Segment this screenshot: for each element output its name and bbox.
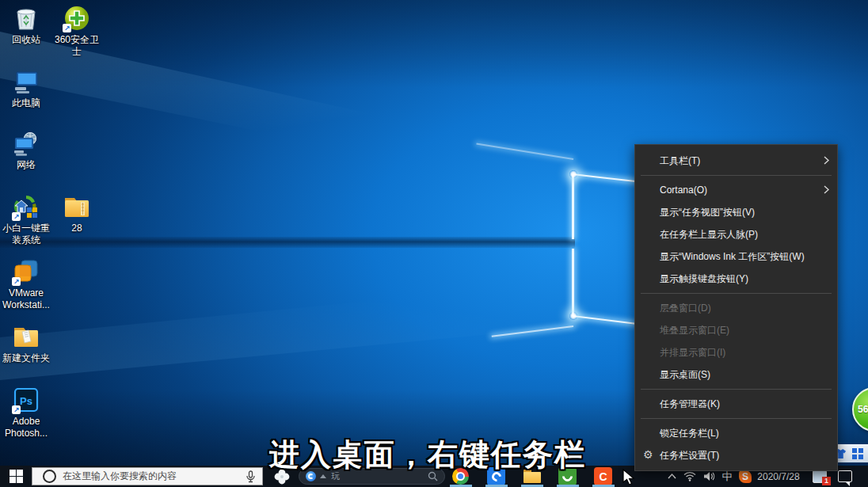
chevron-right-icon — [824, 185, 829, 194]
ime-zh-label: 中 — [722, 470, 733, 484]
photoshop-icon: Ps ↗ — [13, 386, 40, 413]
window-glow-node — [569, 170, 577, 178]
menu-item-task-manager[interactable]: 任务管理器(K) — [635, 393, 837, 415]
desktop-icon-vmware[interactable]: ↗ VMware Workstati... — [1, 258, 51, 311]
taskbar-search-input[interactable]: 在这里输入你要搜索的内容 — [32, 467, 263, 485]
desktop-icon-label: 此电脑 — [12, 97, 40, 109]
desktop-icon-label: 新建文件夹 — [2, 352, 50, 364]
taskbar-app-orange[interactable]: C — [594, 467, 612, 485]
desktop-icon-label: 28 — [71, 223, 82, 234]
desktop-icon-label: 小白一键重 装系统 — [2, 223, 50, 246]
menu-item-label: Cortana(O) — [660, 185, 707, 196]
menu-item-side-by-side-windows: 并排显示窗口(I) — [635, 341, 837, 363]
speaker-icon — [703, 471, 715, 481]
menu-item-label: 在任务栏上显示人脉(P) — [660, 228, 758, 242]
desktop-icon-label: 360安全卫士 — [51, 34, 102, 58]
desktop-icon-label: 回收站 — [12, 34, 40, 46]
xiaobai-reinstall-icon: ↗ — [13, 193, 40, 220]
desktop-icon-xiaobai-reinstall[interactable]: ↗ 小白一键重 装系统 — [1, 193, 51, 246]
desktop-icon-folder-28[interactable]: 28 — [51, 193, 102, 234]
menu-item-touch-keyboard[interactable]: 显示触摸键盘按钮(Y) — [635, 268, 837, 290]
action-center-icon — [838, 470, 852, 482]
windows-logo-icon — [10, 470, 23, 483]
desktop-icon-recycle-bin[interactable]: 回收站 — [1, 5, 51, 46]
shortcut-arrow-icon: ↗ — [12, 405, 21, 414]
menu-separator — [641, 389, 832, 390]
menu-item-show-people[interactable]: 在任务栏上显示人脉(P) — [635, 223, 837, 245]
menu-separator — [641, 293, 832, 294]
window-edge-line — [572, 249, 574, 316]
menu-separator — [641, 418, 832, 419]
recycle-bin-icon — [13, 5, 40, 32]
desktop-icon-new-folder[interactable]: 新建文件夹 — [1, 323, 51, 364]
light-beam — [0, 238, 578, 380]
window-glow-node — [569, 312, 577, 320]
cortana-icon — [43, 470, 56, 483]
shortcut-arrow-icon: ↗ — [12, 212, 21, 221]
menu-item-cortana[interactable]: Cortana(O) — [635, 179, 837, 201]
360-safe-icon: ↗ — [63, 5, 90, 32]
desktop-icon-network[interactable]: 网络 — [1, 130, 51, 171]
shortcut-arrow-icon: ↗ — [12, 277, 21, 286]
menu-item-taskbar-settings[interactable]: ⚙ 任务栏设置(T) — [635, 444, 837, 466]
menu-item-label: 显示桌面(S) — [660, 368, 710, 382]
start-button[interactable] — [0, 466, 32, 487]
svg-text:Ps: Ps — [20, 395, 32, 407]
desktop-icon-photoshop[interactable]: Ps ↗ Adobe Photosh... — [1, 386, 51, 439]
mouse-cursor — [622, 469, 636, 487]
chevron-right-icon — [824, 156, 829, 165]
this-pc-icon — [13, 68, 40, 95]
video-subtitle: 进入桌面，右键任务栏 — [269, 435, 586, 475]
menu-item-label: 并排显示窗口(I) — [660, 346, 725, 360]
shortcut-arrow-icon: ↗ — [63, 24, 71, 32]
window-edge-line — [573, 173, 636, 182]
menu-item-label: 锁定任务栏(L) — [660, 427, 719, 440]
menu-item-cascade-windows: 层叠窗口(D) — [635, 297, 837, 319]
menu-item-label: 堆叠显示窗口(E) — [660, 324, 729, 337]
desktop-icon-360-safe[interactable]: ↗ 360安全卫士 — [51, 5, 102, 58]
window-edge-line — [573, 315, 636, 325]
folder-icon — [63, 193, 90, 220]
grid-icon[interactable] — [852, 448, 863, 459]
menu-item-label: 任务管理器(K) — [660, 398, 720, 411]
folder-icon — [13, 323, 40, 350]
menu-item-windows-ink[interactable]: 显示“Windows Ink 工作区”按钮(W) — [635, 245, 837, 268]
app-badge-icon: 1 — [813, 470, 827, 483]
date-label: 2020/7/28 — [757, 471, 799, 482]
wifi-icon — [683, 471, 696, 481]
window-edge-line — [476, 143, 573, 160]
vmware-icon: ↗ — [13, 258, 40, 285]
chevron-up-icon — [668, 474, 676, 479]
gear-icon: ⚙ — [643, 448, 653, 461]
search-placeholder: 在这里输入你要搜索的内容 — [63, 470, 239, 483]
sogou-icon: S — [739, 470, 752, 483]
window-dark-band — [0, 237, 575, 248]
menu-item-label: 任务栏设置(T) — [660, 449, 719, 462]
window-edge-line — [572, 174, 574, 239]
menu-item-stack-windows: 堆叠显示窗口(E) — [635, 319, 837, 341]
desktop-icon-label: Adobe Photosh... — [5, 416, 48, 439]
menu-item-label: 显示“任务视图”按钮(V) — [660, 206, 755, 219]
menu-item-toolbars[interactable]: 工具栏(T) — [635, 150, 837, 172]
menu-item-show-desktop[interactable]: 显示桌面(S) — [635, 363, 837, 386]
desktop-icon-label: 网络 — [17, 159, 36, 171]
menu-item-lock-taskbar[interactable]: 锁定任务栏(L) — [635, 422, 837, 444]
menu-item-label: 显示触摸键盘按钮(Y) — [660, 272, 748, 286]
menu-separator — [641, 175, 832, 176]
menu-item-label: 工具栏(T) — [660, 154, 700, 168]
desktop: { "subtitle": { "text": "进入桌面，右键任务栏" }, … — [0, 0, 868, 487]
network-icon — [13, 130, 40, 157]
taskbar-context-menu: 工具栏(T) Cortana(O) 显示“任务视图”按钮(V) 在任务栏上显示人… — [634, 144, 838, 471]
menu-item-label: 显示“Windows Ink 工作区”按钮(W) — [660, 250, 805, 264]
orange-app-icon: C — [599, 470, 607, 483]
desktop-icon-label: VMware Workstati... — [2, 287, 50, 311]
window-edge-line — [492, 325, 573, 337]
badge-count: 1 — [822, 477, 831, 485]
microphone-icon[interactable] — [246, 470, 255, 483]
desktop-icon-this-pc[interactable]: 此电脑 — [1, 68, 51, 109]
menu-item-task-view-button[interactable]: 显示“任务视图”按钮(V) — [635, 201, 837, 223]
menu-item-label: 层叠窗口(D) — [660, 302, 711, 315]
speed-ball-value: 56 — [858, 404, 868, 415]
